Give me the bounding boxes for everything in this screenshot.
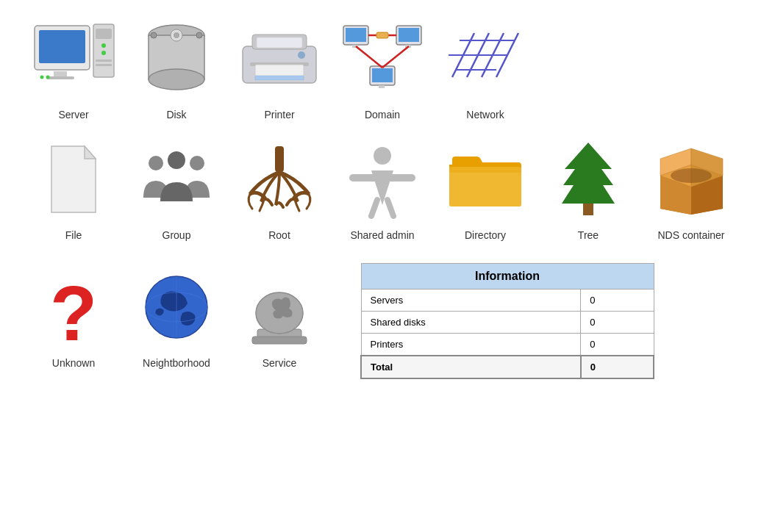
icon-row-2: File Group [22,135,753,241]
server-icon [33,15,114,103]
domain-icon [342,15,423,103]
shared-admin-icon [342,135,423,223]
unknown-item: ? Unknown [22,263,125,369]
group-item: Group [125,135,228,241]
nds-container-icon [651,135,732,223]
domain-label: Domain [365,109,400,121]
unknown-icon: ? [33,263,114,351]
directory-icon [445,135,526,223]
svg-marker-58 [562,143,615,204]
svg-rect-10 [96,60,112,62]
server-label: Server [58,109,88,121]
svg-point-4 [40,76,44,79]
svg-rect-59 [583,204,593,215]
tree-label: Tree [578,229,599,241]
info-table-shared-disks-value: 0 [581,312,654,334]
directory-item: Directory [434,135,537,241]
svg-rect-11 [96,64,112,66]
nds-container-label: NDS container [657,229,724,241]
svg-rect-25 [255,76,304,80]
svg-point-9 [101,51,106,55]
svg-point-5 [46,76,50,79]
svg-text:?: ? [50,270,97,356]
svg-rect-74 [252,337,307,344]
svg-rect-3 [46,76,74,79]
svg-rect-27 [346,28,366,42]
service-item: Service [228,263,331,369]
tree-item: Tree [537,135,640,241]
info-table-shared-disks-row: Shared disks 0 [361,312,654,334]
svg-rect-30 [399,28,419,42]
info-table-total-label: Total [361,356,581,378]
root-icon [239,135,320,223]
info-table-shared-disks-label: Shared disks [361,312,581,334]
info-table-servers-label: Servers [361,290,581,312]
info-table-servers-value: 0 [581,290,654,312]
server-item: Server [22,15,125,121]
svg-point-8 [101,43,106,48]
bottom-icons: ? Unknown [22,263,331,369]
svg-rect-1 [39,30,85,63]
root-item: Root [228,135,331,241]
disk-label: Disk [166,109,186,121]
info-table-header-row: Information [361,264,654,290]
svg-rect-34 [379,85,385,88]
neightborhood-label: Neightborhood [143,357,210,369]
svg-line-55 [388,200,393,216]
service-icon [239,263,320,351]
svg-rect-57 [449,167,521,173]
info-table-printers-label: Printers [361,334,581,356]
svg-rect-38 [376,32,388,38]
info-table-wrapper: Information Servers 0 Shared disks 0 Pri… [360,263,654,379]
shared-admin-label: Shared admin [350,229,414,241]
svg-point-18 [196,32,202,38]
printer-label: Printer [264,109,294,121]
disk-item: Disk [125,15,228,121]
info-table-total-value: 0 [581,356,654,378]
neightborhood-icon [136,263,217,351]
info-table-title: Information [361,264,654,290]
svg-rect-2 [54,71,67,77]
svg-point-17 [151,32,157,38]
root-label: Root [268,229,290,241]
info-table-printers-value: 0 [581,334,654,356]
domain-item: Domain [331,15,434,121]
svg-point-24 [298,51,305,59]
file-label: File [65,229,82,241]
neightborhood-item: Neightborhood [125,263,228,369]
info-table-servers-row: Servers 0 [361,290,654,312]
svg-rect-56 [449,167,521,206]
info-table-total-row: Total 0 [361,356,654,378]
disk-icon [136,15,217,103]
svg-marker-47 [85,146,96,159]
shared-admin-item: Shared admin [331,135,434,241]
svg-point-14 [149,69,204,90]
svg-rect-33 [372,68,393,82]
svg-rect-51 [275,146,284,172]
info-table: Information Servers 0 Shared disks 0 Pri… [360,263,654,379]
icon-row-1: Server Disk [22,15,753,121]
group-label: Group [162,229,191,241]
svg-point-65 [671,168,712,183]
directory-label: Directory [465,229,506,241]
network-icon [445,15,526,103]
group-icon [136,135,217,223]
service-label: Service [262,357,297,369]
svg-point-48 [149,156,163,170]
file-item: File [22,135,125,241]
network-label: Network [466,109,504,121]
bottom-section: ? Unknown [22,263,753,379]
svg-line-54 [371,200,377,216]
network-item: Network [434,15,537,121]
printer-icon [239,15,320,103]
svg-point-52 [374,147,391,165]
svg-point-49 [190,156,204,170]
nds-container-item: NDS container [640,135,743,241]
tree-icon [548,135,629,223]
main-container: Server Disk [0,0,775,394]
info-table-printers-row: Printers 0 [361,334,654,356]
svg-line-36 [356,46,382,68]
unknown-label: Unknown [52,357,95,369]
svg-line-37 [382,46,409,68]
svg-rect-7 [96,29,112,39]
